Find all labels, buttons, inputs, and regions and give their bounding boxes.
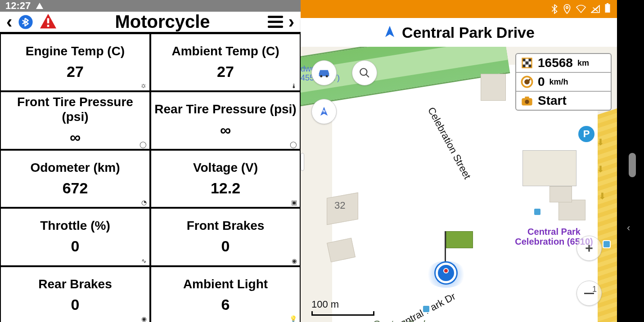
speed-card[interactable]: 0 km/h [516, 73, 611, 92]
house-number: 32 [334, 200, 345, 211]
split-drag-handle[interactable] [301, 153, 304, 171]
svg-rect-25 [525, 97, 529, 99]
zoom-in-button[interactable] [576, 236, 602, 261]
bus-stop-icon[interactable] [603, 240, 611, 248]
svg-rect-7 [605, 4, 610, 13]
cell-front-tire[interactable]: Front Tire Pressure (psi) ∞ ◯ [0, 91, 150, 149]
cell-label: Ambient Light [183, 277, 268, 291]
status-bar-left: 12:27 [0, 0, 301, 12]
cell-label: Front Tire Pressure (psi) [3, 95, 148, 124]
cell-rear-tire[interactable]: Rear Tire Pressure (psi) ∞ ◯ [150, 91, 301, 149]
brake-disc-icon: ◉ [292, 257, 297, 264]
svg-point-8 [320, 75, 322, 77]
distance-card[interactable]: 16568 km [516, 54, 611, 73]
map-building [481, 74, 506, 101]
battery-icon: ▣ [291, 199, 297, 206]
cell-ambient-temp[interactable]: Ambient Temp (C) 27 🌡 [150, 33, 301, 91]
cell-label: Rear Brakes [38, 277, 112, 291]
search-button[interactable] [352, 60, 377, 85]
start-label: Start [538, 94, 567, 108]
location-icon [563, 4, 571, 14]
bluetooth-icon[interactable] [18, 14, 34, 30]
map-panel: Central Park Drive ⬇ ⬇ ⬇ dwell / 455 (14… [301, 0, 617, 322]
compass-button[interactable]: N [311, 99, 337, 124]
cell-value: 27 [217, 63, 234, 80]
svg-rect-6 [607, 3, 608, 4]
bluetooth-icon [550, 4, 558, 14]
svg-point-9 [326, 75, 328, 77]
svg-rect-1 [47, 18, 50, 23]
speed-unit: km/h [549, 77, 568, 87]
distance-value: 16568 [538, 56, 573, 70]
nav-arrow-icon [383, 25, 396, 40]
cell-value: 12.2 [211, 179, 240, 197]
cell-value: 6 [221, 296, 230, 313]
cell-value: 27 [67, 63, 84, 80]
cell-value: 0 [71, 237, 80, 255]
nav-pill[interactable] [629, 153, 636, 177]
cell-rear-brakes[interactable]: Rear Brakes 0 ◉ [0, 266, 150, 322]
back-button[interactable]: ‹ [627, 222, 630, 234]
prev-button[interactable]: ‹ [6, 12, 12, 32]
zoom-level: 1 [592, 285, 597, 294]
svg-point-3 [566, 7, 568, 9]
bus-stop-icon[interactable] [422, 305, 430, 313]
cell-throttle[interactable]: Throttle (%) 0 ∿ [0, 208, 150, 266]
oneway-arrow-icon: ⬇ [597, 137, 604, 148]
trip-info-cards: 16568 km 0 km/h Start [515, 53, 612, 111]
checkered-flag-icon [521, 57, 533, 69]
map-scale: 100 m [311, 299, 374, 316]
cell-value: 0 [71, 296, 80, 313]
vehicle-button[interactable] [311, 60, 337, 85]
tire-icon: ◯ [140, 141, 147, 148]
cell-label: Rear Tire Pressure (psi) [154, 102, 296, 116]
cell-value: 0 [221, 237, 230, 255]
thermometer-icon: 🌡 [291, 82, 297, 89]
cell-voltage[interactable]: Voltage (V) 12.2 ▣ [150, 150, 301, 208]
diagnostics-header: ‹ Motorcycle › [0, 12, 301, 33]
scale-bar [311, 311, 374, 316]
cell-label: Voltage (V) [193, 161, 258, 175]
svg-point-10 [360, 68, 367, 75]
map-title: Central Park Drive [402, 24, 535, 41]
pulse-icon: ∿ [141, 257, 147, 264]
parking-icon[interactable]: P [578, 126, 594, 142]
battery-icon [604, 3, 611, 15]
park-label: Central Park [373, 318, 428, 322]
cell-ambient-light[interactable]: Ambient Light 6 💡 [150, 266, 301, 322]
diagnostics-grid: Engine Temp (C) 27 ⛭ Ambient Temp (C) 27… [0, 33, 301, 322]
cell-odometer[interactable]: Odometer (km) 672 ◔ [0, 150, 150, 208]
svg-rect-2 [47, 25, 50, 27]
map-building [558, 200, 585, 220]
scale-label: 100 m [311, 299, 339, 310]
svg-line-11 [366, 74, 369, 77]
cell-value: ∞ [220, 121, 231, 139]
next-button[interactable]: › [288, 12, 294, 32]
cell-label: Ambient Temp (C) [171, 44, 279, 58]
warning-icon[interactable] [39, 13, 57, 31]
gauge-icon: ◔ [141, 199, 147, 206]
clock: 12:27 [5, 0, 31, 12]
cell-label: Engine Temp (C) [26, 44, 125, 58]
speed-value: 0 [538, 75, 545, 89]
map-canvas[interactable]: ⬇ ⬇ ⬇ dwell / 455 (1457) Celebration Str… [301, 47, 617, 322]
page-title: Motorcycle [63, 12, 262, 32]
cell-engine-temp[interactable]: Engine Temp (C) 27 ⛭ [0, 33, 150, 91]
signal-icon [591, 5, 600, 13]
bulb-icon: 💡 [289, 315, 297, 322]
nav-arrow-icon [36, 3, 43, 9]
bus-stop-icon[interactable] [533, 208, 541, 216]
engine-icon: ⛭ [140, 82, 147, 89]
speedometer-icon [521, 76, 533, 88]
distance-unit: km [577, 58, 589, 68]
svg-text:N: N [323, 109, 325, 113]
cell-label: Odometer (km) [30, 161, 120, 175]
cell-front-brakes[interactable]: Front Brakes 0 ◉ [150, 208, 301, 266]
wifi-icon [576, 4, 586, 13]
svg-rect-16 [526, 62, 529, 65]
oneway-arrow-icon: ⬇ [599, 191, 606, 201]
menu-button[interactable] [268, 16, 283, 28]
zoom-out-button[interactable]: 1 [576, 281, 602, 306]
start-trip-button[interactable]: Start [516, 92, 611, 110]
diagnostics-panel: 12:27 ‹ Motorcycle › Engine Temp (C) 27 … [0, 0, 301, 322]
